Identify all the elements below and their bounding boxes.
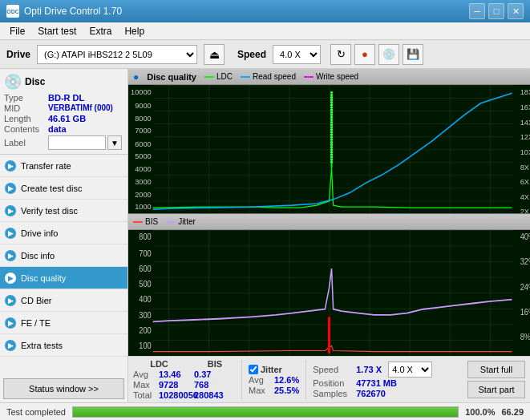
status-window-button[interactable]: Status window >> (3, 378, 124, 399)
start-full-button[interactable]: Start full (467, 361, 525, 378)
drive-select[interactable]: (G:) ATAPI iHBS212 2 5L09 (37, 45, 197, 64)
position-stat-val: 47731 MB (356, 378, 397, 388)
speed-stat-select[interactable]: 4.0 X (388, 361, 432, 378)
nav-label-quality: Disc quality (21, 273, 66, 283)
chart1-legend-write: Write speed (304, 72, 358, 81)
bis-total-val: 280843 (194, 390, 223, 400)
disc-label-button[interactable]: ▼ (107, 135, 122, 150)
status-percent: 100.0% (465, 407, 495, 417)
jitter-avg-val: 12.6% (274, 375, 299, 385)
svg-text:6X: 6X (520, 178, 529, 186)
nav-extra-tests[interactable]: ▶ Extra tests (0, 334, 127, 357)
nav-disc-info[interactable]: ▶ Disc info (0, 244, 127, 267)
svg-text:600: 600 (139, 265, 152, 274)
jitter-checkbox[interactable] (249, 365, 258, 374)
refresh-button[interactable]: ↻ (330, 44, 351, 65)
svg-text:9000: 9000 (135, 102, 151, 110)
chart1-area: 10000 9000 8000 7000 6000 5000 4000 3000… (128, 85, 530, 213)
jitter-legend-line (166, 221, 176, 223)
svg-text:500: 500 (139, 280, 152, 289)
nav-drive-info[interactable]: ▶ Drive info (0, 222, 127, 244)
nav-items: ▶ Transfer rate ▶ Create test disc ▶ Ver… (0, 155, 127, 375)
progress-bar-container (72, 406, 459, 418)
nav-label-disc: Disc info (21, 251, 55, 260)
disc-type-value: BD-R DL (48, 93, 84, 103)
disc-length-value: 46.61 GB (48, 114, 86, 123)
bis-max-val: 768 (194, 380, 223, 390)
disc-mid-label: MID (4, 103, 48, 113)
chart2-section: BIS Jitter (128, 214, 530, 356)
jitter-avg-label: Avg (249, 375, 271, 385)
menu-bar: File Start test Extra Help (0, 22, 530, 40)
svg-text:200: 200 (139, 326, 152, 336)
nav-disc-quality[interactable]: ▶ Disc quality (0, 267, 127, 289)
status-size: 66.29 (501, 407, 524, 417)
svg-text:8000: 8000 (135, 114, 151, 122)
svg-text:5000: 5000 (135, 152, 151, 160)
write-legend-label: Write speed (316, 72, 358, 81)
nav-fe-te[interactable]: ▶ FE / TE (0, 312, 127, 334)
disc-mid-value: VERBATIMf (000) (48, 103, 113, 113)
nav-label-cdbier: CD Bier (21, 296, 52, 305)
nav-icon-fete: ▶ (5, 317, 16, 329)
chart2-svg: 800 700 600 500 400 300 200 100 40% 32% … (128, 230, 530, 356)
svg-rect-35 (153, 230, 514, 356)
nav-icon-drive: ▶ (5, 228, 16, 239)
svg-text:32%: 32% (520, 257, 530, 267)
nav-label-fete: FE / TE (21, 318, 51, 328)
jitter-legend-label: Jitter (178, 217, 196, 226)
save-button[interactable]: 💾 (403, 44, 423, 65)
svg-text:24%: 24% (520, 282, 530, 292)
samples-stat-val: 762670 (356, 389, 386, 398)
speed-stat-label: Speed (313, 365, 353, 374)
disc-icon: 💿 (4, 73, 22, 91)
start-part-button[interactable]: Start part (467, 381, 525, 398)
max-label: Max (133, 380, 156, 390)
menu-file[interactable]: File (3, 24, 31, 38)
nav-verify-test-disc[interactable]: ▶ Verify test disc (0, 200, 127, 222)
menu-start-test[interactable]: Start test (31, 24, 83, 38)
nav-cd-bier[interactable]: ▶ CD Bier (0, 289, 127, 312)
maximize-button[interactable]: □ (488, 3, 504, 19)
nav-label-extra: Extra tests (21, 341, 63, 350)
total-label: Total (133, 390, 156, 400)
burn-button[interactable]: ● (354, 44, 375, 65)
stats-jitter-col: Jitter Avg 12.6% Max 25.5% (249, 365, 299, 395)
svg-text:2X: 2X (520, 208, 529, 213)
nav-icon-verify: ▶ (5, 205, 16, 216)
chart2-legend-bis: BIS (133, 217, 158, 226)
menu-extra[interactable]: Extra (83, 24, 118, 38)
nav-create-test-disc[interactable]: ▶ Create test disc (0, 177, 127, 200)
nav-icon-create: ▶ (5, 183, 16, 194)
ldc-max-val: 9728 (159, 380, 191, 390)
minimize-button[interactable]: ─ (469, 3, 485, 19)
speed-select[interactable]: 4.0 X (273, 45, 321, 64)
disc-contents-label: Contents (4, 124, 48, 134)
samples-stat-label: Samples (313, 389, 353, 398)
svg-text:400: 400 (139, 295, 152, 305)
app-title: Opti Drive Control 1.70 (24, 6, 122, 17)
disc-panel: 💿 Disc Type BD-R DL MID VERBATIMf (000) … (0, 69, 127, 155)
speed-stat-val: 1.73 X (356, 365, 385, 374)
nav-icon-transfer: ▶ (5, 160, 16, 172)
position-stat-label: Position (313, 378, 353, 388)
svg-text:40%: 40% (520, 232, 530, 242)
eject-button[interactable]: ⏏ (204, 44, 225, 65)
bis-col-header: BIS (195, 359, 235, 369)
chart2-legend-jitter: Jitter (166, 217, 196, 226)
disc-button[interactable]: 💿 (378, 44, 399, 65)
nav-icon-quality-active: ▶ (5, 273, 16, 284)
stats-row: LDC BIS Avg 13.46 0.37 Max 9728 768 To (128, 356, 530, 402)
menu-help[interactable]: Help (118, 24, 151, 38)
chart1-legend-read: Read speed (241, 72, 296, 81)
status-text: Test completed (6, 407, 66, 417)
nav-transfer-rate[interactable]: ▶ Transfer rate (0, 155, 127, 177)
app-icon: ODC (6, 5, 19, 18)
stats-ldc-col: LDC BIS Avg 13.46 0.37 Max 9728 768 To (133, 359, 235, 400)
bis-avg-val: 0.37 (194, 370, 223, 379)
close-button[interactable]: ✕ (508, 3, 524, 19)
title-bar: ODC Opti Drive Control 1.70 ─ □ ✕ (0, 0, 530, 22)
write-legend-line (304, 76, 314, 78)
chart1-title: Disc quality (147, 72, 196, 82)
disc-label-input[interactable] (48, 135, 106, 150)
